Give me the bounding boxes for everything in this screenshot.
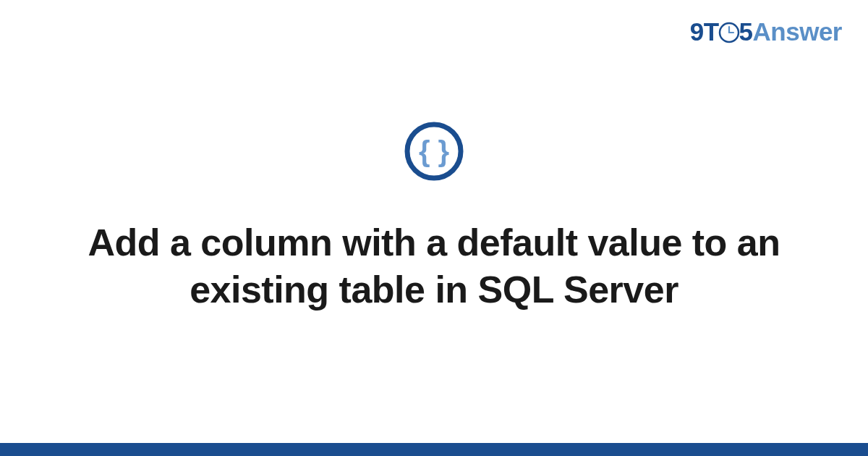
page-title: Add a column with a default value to an … [43, 219, 825, 313]
curly-braces-icon: { } [404, 121, 464, 185]
main-content: { } Add a column with a default value to… [0, 0, 868, 456]
svg-text:{ }: { } [419, 135, 449, 167]
bottom-accent-bar [0, 443, 868, 456]
